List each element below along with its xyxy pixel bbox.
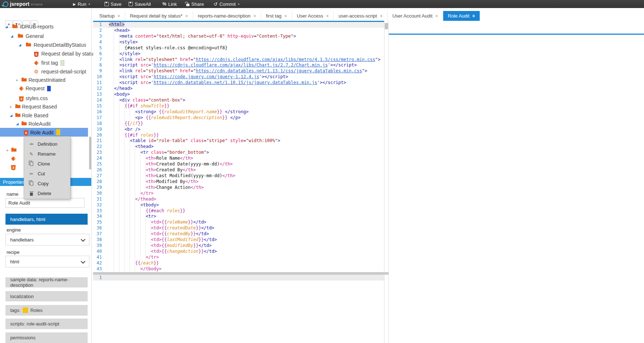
code-line: 29<th>Change Action</th> [93,185,384,191]
tree-item-first-tag[interactable]: first tag [0,58,91,67]
floppy-icon [104,2,109,6]
code-line: 24<th>Role Name</th> [93,156,384,161]
code-editor[interactable]: 1<html>2<head>3<meta content="text/html;… [93,22,384,272]
section-label: sample data: reports-name-description [10,277,88,288]
tab-role-audit[interactable]: Role Audit× [443,11,480,21]
menu-item-rename[interactable]: ✎Rename [24,149,70,159]
close-icon[interactable]: × [326,14,329,19]
save-button[interactable]: Save [104,0,122,8]
tree-item-label: Request Based [22,104,57,110]
tree-item-styles-css[interactable]: 3styles.css [0,94,91,103]
section-permissions[interactable]: permissions [5,332,88,343]
menu-item-copy[interactable]: Copy [24,179,70,188]
template-type-bar[interactable]: handlebars, html [5,214,88,225]
line-number: 30 [93,191,102,197]
share-button[interactable]: Share [186,0,204,8]
menu-item-cut[interactable]: ✂Cut [24,169,70,179]
lock-icon [186,4,189,6]
tab-user-account-audit[interactable]: User Account Audit× [388,11,443,21]
section-tags[interactable]: tags: Roles [5,305,88,316]
tab-reports-name-description[interactable]: reports-name-description× [193,11,261,21]
expand-icon[interactable]: ▶ [16,79,18,82]
name-field[interactable]: Role Audit [5,198,85,208]
tree-item-label: Role Based [22,113,48,118]
line-number: 28 [93,179,102,185]
tree-item-label: request-detail-script [41,69,86,75]
line-number: 5 [93,45,102,51]
tree-item-role-based[interactable]: ◢Role Based [0,111,91,120]
chevron-down-icon [81,237,85,242]
tab-startup[interactable]: Startup× [95,11,125,21]
helpers-pane-active-line[interactable] [93,275,384,281]
code-line: 23<tr class="border_bottom"> [93,150,384,156]
close-icon[interactable]: × [284,14,287,19]
section-sample-data-reports-name-description[interactable]: sample data: reports-name-description [5,277,88,287]
close-icon[interactable]: × [185,14,188,19]
section-label: tags: [10,308,20,313]
engine-select[interactable]: handlebars [5,234,89,245]
code-line: 14<div class="content-box"> [93,98,384,103]
line-number: 33 [93,208,102,214]
close-icon[interactable]: × [472,14,475,19]
section-localization[interactable]: localization [5,291,88,301]
caret-down-icon: ▾ [89,3,90,6]
close-icon[interactable]: × [253,14,256,19]
collapse-icon[interactable]: ◢ [19,43,21,47]
tab-user-access[interactable]: User Access× [292,11,334,21]
code-line: 17<p> {{roleAuditReport.description}} </… [93,115,384,121]
collapse-icon[interactable]: ◢ [16,122,19,126]
tree-item-roleaudit[interactable]: ◢RoleAudit [0,119,91,128]
line-number: 7 [93,57,102,63]
tree-item-request[interactable]: Request [0,84,91,93]
menu-item-definition[interactable]: </>Definition [24,139,70,149]
clone-icon [29,162,34,166]
close-icon[interactable]: × [118,14,120,19]
line-number: 18 [93,121,102,127]
close-icon[interactable]: × [436,14,438,19]
menu-item-label: Cut [38,171,45,176]
tab-request-detail-by-status[interactable]: Request detail by status*× [125,11,193,21]
tree-item-requestinitiated[interactable]: ▶RequestInitiated [0,76,91,84]
tree-item-request-detail-script[interactable]: ⚙request-detail-script [0,67,91,76]
code-line: 16<strong> {{roleAuditReport.name}} </st… [93,109,384,115]
collapse-icon[interactable]: ◢ [5,25,8,28]
collapse-icon[interactable]: ◢ [11,35,13,38]
expand-icon[interactable]: ▶ [10,105,12,108]
collapse-icon[interactable]: ◢ [10,114,12,117]
section-scripts-role-audit-script[interactable]: scripts: role-audit-script [5,319,88,329]
tree-item-general[interactable]: ◢General [0,32,91,41]
tree-item-requestdetailbystatus[interactable]: ◢RequestDetailByStatus [0,41,91,49]
close-icon[interactable]: × [380,14,383,19]
tab-first-tag[interactable]: first tag× [261,11,292,21]
commit-button[interactable]: ↺Commit▾ [214,0,239,8]
editor-scrollbar-thumb[interactable] [385,23,388,29]
menu-item-clone[interactable]: Clone [24,159,70,169]
saveall-button[interactable]: SaveAll [129,0,151,8]
code-line: 19<br /> [93,127,384,133]
play-icon: ▶ [73,2,76,6]
properties-title: Properties [3,179,24,185]
line-number: 34 [93,214,102,220]
sidebar-splitter[interactable] [91,8,92,343]
tree-item-request-detail-by-status[interactable]: 5Request detail by status* [0,49,91,58]
menu-item-delete[interactable]: Delete [24,188,70,198]
tab-label: Request detail by status* [130,13,183,19]
tree-item-request-based[interactable]: ▶Request Based [0,102,91,111]
recipe-select[interactable]: html [5,256,89,267]
editor-helpers-splitter[interactable] [93,272,389,275]
folder-icon [15,112,21,119]
tag-icon [35,60,38,66]
code-line: 2<head> [93,28,384,34]
tag-icon [12,155,15,162]
tree-item-idhub-reports[interactable]: ◢IDHUB-reports [0,22,91,31]
tree-item-role-audit[interactable]: 5Role Audit [0,128,88,137]
tab-label: Role Audit [448,13,469,19]
code-line: 9<link rel="stylesheet" href="https://cd… [93,68,384,74]
link-button[interactable]: %Link [162,0,177,8]
tab-user-access-script[interactable]: user-access-script× [334,11,387,21]
code-line: 21<table id="role-table" class="stripe" … [93,138,384,144]
expand-icon[interactable]: ▶ [7,149,9,152]
line-number: 4 [93,39,102,45]
run-button[interactable]: ▶Run▾ [73,0,90,8]
line-number: 6 [93,51,102,57]
